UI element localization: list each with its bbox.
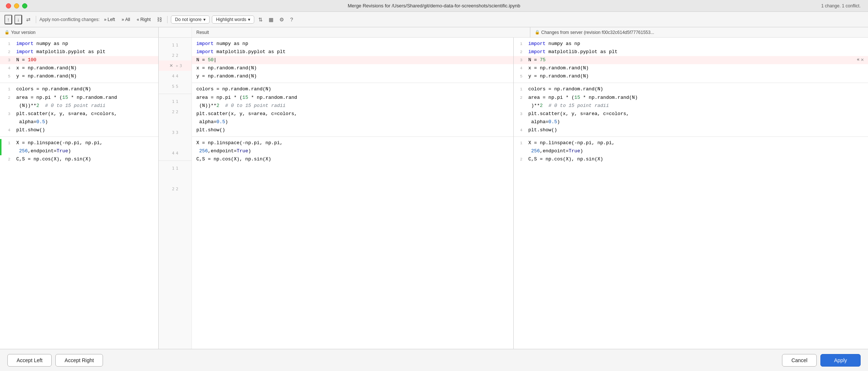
mid-line-4: x = np.random.rand(N) <box>192 64 513 72</box>
apply-left-button[interactable]: » Left <box>102 16 117 23</box>
settings-button[interactable]: ⚙ <box>278 15 286 24</box>
nav-prev-button[interactable]: ↑ <box>4 15 12 24</box>
apply-button[interactable]: Apply <box>820 354 861 367</box>
mid-line-3-conflict: N = 50| <box>192 56 513 64</box>
mid-b3-line-1a: X = np.linspace(-np.pi, np.pi, <box>192 139 513 147</box>
double-chevron-icon: » <box>121 17 124 22</box>
traffic-lights <box>6 3 27 8</box>
highlight-chevron-icon: ▾ <box>248 17 250 22</box>
mid-numrow-5: 55 <box>159 81 192 91</box>
nav-next-button[interactable]: ↓ <box>14 15 22 24</box>
right-b3-line-1a: 1 X = np.linspace(-np.pi, np.pi, <box>514 139 868 147</box>
filter-icon-button[interactable]: ⇅ <box>256 15 265 24</box>
accept-right-button[interactable]: Accept Right <box>55 354 103 367</box>
right-line-3-conflict: 3 N = 75 « ✕ <box>514 56 868 64</box>
middle-panel-title: Result <box>196 30 209 35</box>
mid-b3-numrow-2: 22 <box>159 184 192 194</box>
left-b3-line-1a: 1 X = np.linspace(-np.pi, np.pi, <box>0 139 158 147</box>
apply-right-button[interactable]: « Right <box>135 16 153 23</box>
apply-non-conflicting-label: Apply non-conflicting changes: <box>39 17 100 22</box>
mid-line-2: import matplotlib.pyplot as plt <box>192 48 513 56</box>
mid-b2-numrow-2: 22 <box>159 107 192 117</box>
auto-merge-button[interactable]: ⇄ <box>24 15 32 24</box>
ignore-dropdown[interactable]: Do not ignore ▾ <box>171 15 210 24</box>
ignore-chevron-icon: ▾ <box>203 17 206 22</box>
mid-code-block-3: X = np.linspace(-np.pi, np.pi, 256,endpo… <box>192 137 513 166</box>
left-b2-line-2b: 2 (N))**2 # 0 to 15 point radii <box>0 102 158 110</box>
ignore-label: Do not ignore <box>175 17 202 22</box>
left-line-3-conflict: 3 N = 100 <box>0 56 158 64</box>
chevron-right-icon: » <box>104 17 107 22</box>
conflict-right-arrow-icon: » <box>176 63 178 68</box>
link-button[interactable]: ⛓ <box>155 15 164 24</box>
right-b2-line-3b: 3 alpha=0.5) <box>514 118 868 126</box>
left-line-5: 5 y = np.random.rand(N) <box>0 72 158 80</box>
right-block-1: 1 import numpy as np 2 import matplotlib… <box>514 38 868 83</box>
content-area: 🔒 Your version Result 🔒 Changes from ser… <box>0 27 868 349</box>
mid-b3-line-2: C,S = np.cos(X), np.sin(X) <box>192 155 513 163</box>
apply-all-button[interactable]: » All <box>119 16 132 23</box>
bottom-bar: Accept Left Accept Right Cancel Apply <box>0 349 868 371</box>
mid-nums-block-1: 11 22 ✕ » 3 44 55 <box>159 38 192 94</box>
mid-numrow-1: 11 <box>159 40 192 50</box>
mid-code-block-2: colors = np.random.rand(N) area = np.pi … <box>192 83 513 137</box>
left-line-1: 1 import numpy as np <box>0 40 158 48</box>
mid-numrow-4: 44 <box>159 71 192 81</box>
middle-code-panel[interactable]: import numpy as np import matplotlib.pyp… <box>192 38 513 349</box>
middle-panel-header: Result <box>192 27 530 37</box>
left-lock-icon: 🔒 <box>4 30 10 35</box>
mid-nums-block-2: 11 22 33 44 <box>159 94 192 161</box>
middle-panel: 11 22 ✕ » 3 44 55 11 22 <box>159 38 514 349</box>
conflict-reject-button[interactable]: ✕ <box>168 63 174 69</box>
right-panel[interactable]: 1 import numpy as np 2 import matplotlib… <box>514 38 868 349</box>
mid-b2-line-2b: (N))**2 # 0 to 15 point radii <box>192 102 513 110</box>
right-b2-line-2b: 2 )**2 # 0 to 15 point radii <box>514 102 868 110</box>
bottom-right-buttons: Cancel Apply <box>782 354 861 367</box>
left-line-2: 2 import matplotlib.pyplot as plt <box>0 48 158 56</box>
left-block-2: 1 colors = np.random.rand(N) 2 area = np… <box>0 83 158 137</box>
mid-b2-numrow-1: 11 <box>159 96 192 107</box>
mid-b2-line-4: plt.show() <box>192 126 513 134</box>
left-panel-header: 🔒 Your version <box>0 27 159 37</box>
right-conflict-reject-button[interactable]: ✕ <box>860 57 865 63</box>
grid-icon-button[interactable]: ▦ <box>267 15 275 24</box>
mid-b2-line-1: colors = np.random.rand(N) <box>192 85 513 93</box>
help-button[interactable]: ? <box>288 15 295 24</box>
left-b2-line-4: 4 plt.show() <box>0 126 158 134</box>
right-conflict-left-arrow-icon: « <box>857 56 860 63</box>
close-button[interactable] <box>6 3 11 8</box>
maximize-button[interactable] <box>22 3 27 8</box>
left-b2-line-3b: 3 alpha=0.5) <box>0 118 158 126</box>
left-panel[interactable]: 1 import numpy as np 2 import matplotlib… <box>0 38 159 349</box>
mid-numrow-2: 22 <box>159 50 192 60</box>
left-b2-line-3a: 3 plt.scatter(x, y, s=area, c=colors, <box>0 110 158 118</box>
middle-num-header <box>159 27 192 37</box>
cancel-button[interactable]: Cancel <box>782 354 817 367</box>
mid-nums-block-3: 11 22 <box>159 161 192 196</box>
right-panel-title: Changes from server (revision f00c32c614… <box>541 30 654 35</box>
mid-line-5: y = np.random.rand(N) <box>192 72 513 80</box>
right-line-5: 5 y = np.random.rand(N) <box>514 72 868 80</box>
accept-left-button[interactable]: Accept Left <box>7 354 52 367</box>
left-panel-title: Your version <box>11 30 35 35</box>
mid-b2-line-3a: plt.scatter(x, y, s=area, c=colors, <box>192 110 513 118</box>
mid-b3-line-1b: 256,endpoint=True) <box>192 147 513 155</box>
minimize-button[interactable] <box>14 3 19 8</box>
right-b2-line-2a: 2 area = np.pi * (15 * np.random.rand(N) <box>514 94 868 102</box>
highlight-dropdown[interactable]: Highlight words ▾ <box>212 15 254 24</box>
chevron-left-icon: « <box>137 17 140 22</box>
left-block-1: 1 import numpy as np 2 import matplotlib… <box>0 38 158 83</box>
highlight-label: Highlight words <box>216 17 246 22</box>
middle-line-nums: 11 22 ✕ » 3 44 55 11 22 <box>159 38 192 349</box>
mid-line-1: import numpy as np <box>192 40 513 48</box>
mid-b2-numrow-4: 44 <box>159 148 192 158</box>
right-block-3: 1 X = np.linspace(-np.pi, np.pi, 1 256,e… <box>514 137 868 166</box>
left-block-3: 1 X = np.linspace(-np.pi, np.pi, 1 256,e… <box>0 137 158 166</box>
right-block-2: 1 colors = np.random.rand(N) 2 area = np… <box>514 83 868 137</box>
mid-b2-numrow-3: 33 <box>159 127 192 138</box>
bottom-left-buttons: Accept Left Accept Right <box>7 354 103 367</box>
mid-b2-line-2a: area = np.pi * (15 * np.random.rand <box>192 94 513 102</box>
mid-code-block-1: import numpy as np import matplotlib.pyp… <box>192 38 513 83</box>
right-line-4: 4 x = np.random.rand(N) <box>514 64 868 72</box>
right-b2-line-1: 1 colors = np.random.rand(N) <box>514 85 868 93</box>
